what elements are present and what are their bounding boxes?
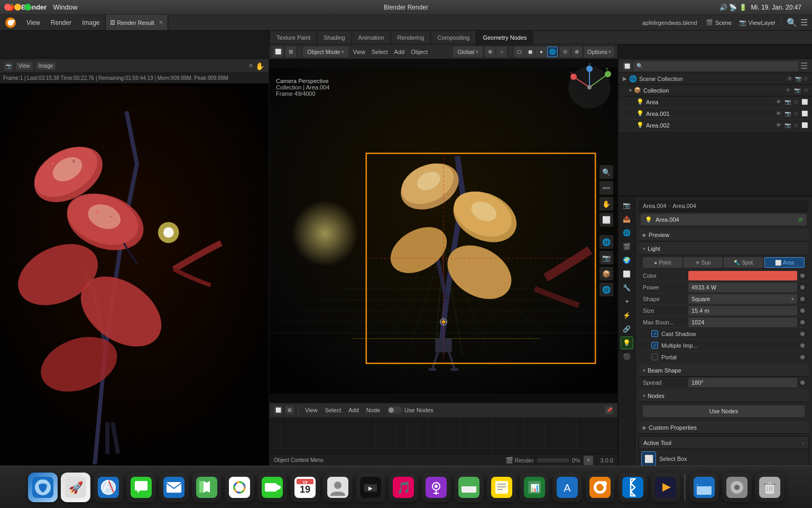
zoom-in-btn[interactable]: 🔍 <box>599 165 613 179</box>
dock-calendar[interactable]: 1919 <box>290 473 320 502</box>
cancel-render-btn[interactable]: ✕ <box>584 456 593 465</box>
pan-btn[interactable]: ✋ <box>599 197 613 211</box>
nav-gizmo[interactable]: X Y Z <box>566 64 613 111</box>
custom-props-header[interactable]: ▶ Custom Properties <box>639 421 809 434</box>
props-render-icon[interactable]: 📷 <box>621 199 633 212</box>
props-scene-icon[interactable]: 🎬 <box>621 240 633 253</box>
node-panel-icon2[interactable]: ⊞ <box>285 406 294 414</box>
viewport-switch-icon[interactable]: ⬜ <box>273 47 283 57</box>
area-light-btn[interactable]: ⬜Area <box>764 257 805 268</box>
render-panel-view-btn[interactable]: View <box>16 62 33 70</box>
collection-row[interactable]: ▾ 📦 Collection 👁 📷 ⊙ <box>619 85 812 96</box>
dock-finder[interactable] <box>28 473 58 502</box>
render-region-btn[interactable]: 📷 <box>599 251 613 265</box>
dock-trash[interactable] <box>755 473 785 502</box>
shape-dropdown[interactable]: Square ▾ <box>688 294 797 304</box>
props-modifier-icon[interactable]: 🔧 <box>621 282 633 294</box>
render-panel-image-btn[interactable]: Image <box>36 62 56 70</box>
spread-field[interactable]: 180° <box>688 378 797 387</box>
dock-mail[interactable] <box>159 473 189 502</box>
viewport-object-menu[interactable]: Object <box>409 49 430 55</box>
dock-appstore[interactable]: A <box>552 473 582 502</box>
active-tool-collapse-icon[interactable]: - <box>802 439 804 447</box>
window-minimize-btn[interactable] <box>14 4 21 11</box>
dock-appletv[interactable]: ▶ <box>356 473 385 502</box>
area-row[interactable]: 💡 Area 👁 📷 ⊙ ⬜ <box>619 96 812 108</box>
info-render-menu[interactable]: Render <box>45 15 77 31</box>
dock-podcasts[interactable] <box>421 473 451 502</box>
object-mode-dropdown[interactable]: Object Mode ▾ <box>303 47 348 57</box>
dock-maps2[interactable] <box>454 473 484 502</box>
area002-row[interactable]: 💡 Area.002 👁 📷 ⊙ ⬜ <box>619 120 812 131</box>
collection-vis-btn[interactable]: 📦 <box>599 267 613 280</box>
window-maximize-btn[interactable] <box>24 4 31 11</box>
dock-bluetooth[interactable] <box>618 473 648 502</box>
dock-facetime[interactable] <box>257 473 287 502</box>
dock-messages[interactable] <box>126 473 156 502</box>
snap-icon[interactable]: ⊕ <box>485 47 495 57</box>
info-image-menu[interactable]: Image <box>77 15 105 31</box>
dock-music[interactable]: 🎵 <box>389 473 418 502</box>
spot-light-btn[interactable]: 🔦Spot <box>724 257 763 268</box>
dock-numbers[interactable]: 📊 <box>520 473 549 502</box>
node-pin-icon[interactable]: 📌 <box>605 406 613 414</box>
render-panel-icon[interactable]: 📷 <box>4 62 13 70</box>
color-swatch[interactable] <box>688 271 797 280</box>
frame-btn[interactable]: ⬜ <box>599 213 613 226</box>
tab-texture-paint[interactable]: Texture Paint <box>270 30 317 46</box>
dock-photos[interactable] <box>225 473 254 502</box>
preview-header[interactable]: ▶ Preview <box>639 229 809 241</box>
outliner-search[interactable]: 🔍 <box>633 61 798 71</box>
props-output-icon[interactable]: 📤 <box>621 213 633 225</box>
material-preview-btn[interactable]: ● <box>536 47 547 57</box>
area001-row[interactable]: 💡 Area.001 👁 📷 ⊙ ⬜ <box>619 108 812 120</box>
dock-contacts[interactable] <box>323 473 353 502</box>
viewport-add-menu[interactable]: Add <box>392 49 407 55</box>
object-name-field[interactable]: 💡 Area.004 <box>641 214 807 225</box>
multiple-imp-checkbox[interactable]: ✓ <box>651 342 658 349</box>
light-header[interactable]: ▾ Light <box>639 242 809 255</box>
overlays-btn[interactable]: ⊙ <box>560 47 570 57</box>
use-nodes-button[interactable]: Use Nodes <box>643 405 805 417</box>
max-boun-field[interactable]: 1024 <box>688 318 797 327</box>
gizmos-btn[interactable]: ⊕ <box>571 47 582 57</box>
props-view-layer-icon[interactable]: 🌐 <box>621 226 633 239</box>
tab-geometry-nodes[interactable]: Geometry Nodes <box>476 30 533 46</box>
options-btn[interactable]: Options▾ <box>584 47 614 57</box>
props-physics-icon[interactable]: ⚡ <box>621 309 633 322</box>
size-field[interactable]: 15.4 m <box>688 306 797 315</box>
rendered-btn[interactable]: 🌐 <box>547 47 558 57</box>
props-world-icon[interactable]: 🌍 <box>621 254 633 267</box>
dock-sys-prefs[interactable] <box>722 473 752 502</box>
solid-btn[interactable]: ◼ <box>525 47 536 57</box>
point-light-btn[interactable]: ●Point <box>643 257 682 268</box>
viewport-grid-icon[interactable]: ⊞ <box>285 47 296 57</box>
info-view-menu[interactable]: View <box>21 15 45 31</box>
viewport-shading-btn[interactable]: 🌐 <box>599 283 613 296</box>
outliner-filter-icon[interactable]: ☰ <box>800 61 808 71</box>
select-box-icon[interactable]: ⬜ <box>641 451 656 466</box>
render-hand-cursor[interactable]: ✋ <box>255 62 264 70</box>
filter-btn[interactable]: ☰ <box>800 17 808 28</box>
tab-animation[interactable]: Animation <box>352 30 391 46</box>
window-menu-item[interactable]: Window <box>53 3 77 11</box>
breadcrumb-area004-1[interactable]: Area.004 <box>643 203 667 209</box>
node-select-menu[interactable]: Select <box>323 407 344 413</box>
viewport-select-menu[interactable]: Select <box>370 49 390 55</box>
render-panel-close-icon[interactable]: ✕ <box>248 62 253 69</box>
use-nodes-toggle[interactable]: Use Nodes <box>387 406 433 414</box>
dock-safari[interactable] <box>94 473 123 502</box>
tab-rendering[interactable]: Rendering <box>391 30 431 46</box>
cast-shadow-checkbox[interactable]: ✓ <box>651 330 658 337</box>
node-add-menu[interactable]: Add <box>346 407 361 413</box>
viewport-view-menu[interactable]: View <box>350 49 367 55</box>
scene-collection-row[interactable]: ▶ 🌐 Scene Collection 👁 📷 ⊙ <box>619 73 812 85</box>
render-btn[interactable]: 🎬 Render <box>505 457 534 464</box>
props-particles-icon[interactable]: ✦ <box>621 295 633 308</box>
dock-maps[interactable] <box>192 473 222 502</box>
props-object-data-icon[interactable]: 💡 <box>621 337 633 349</box>
breadcrumb-area004-2[interactable]: Area.004 <box>672 203 696 209</box>
render-result-close[interactable]: ✕ <box>159 19 163 26</box>
tab-shading[interactable]: Shading <box>317 30 351 46</box>
props-constraints-icon[interactable]: 🔗 <box>621 323 633 335</box>
